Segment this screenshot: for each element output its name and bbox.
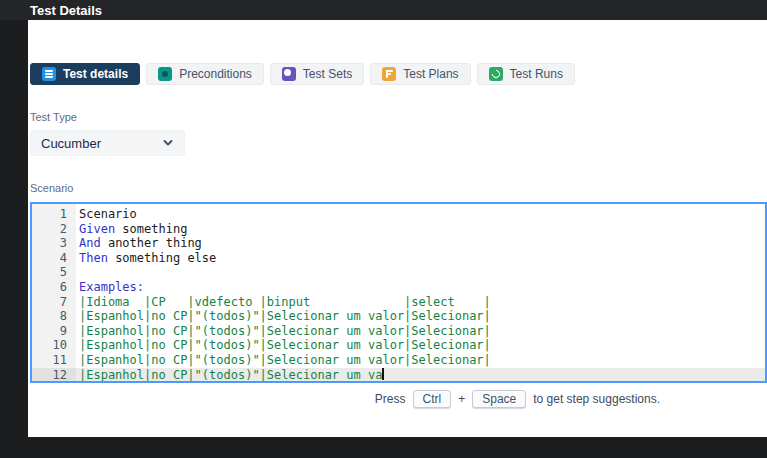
tab-label: Preconditions — [179, 67, 252, 81]
code-line-11[interactable]: 11|Espanhol|no CP|"(todos)"|Selecionar u… — [32, 353, 765, 368]
page-title: Test Details — [30, 3, 102, 18]
hint-plus-text: + — [458, 392, 465, 406]
test-type-label: Test Type — [30, 111, 77, 123]
line-content — [76, 265, 79, 280]
tab-test-details[interactable]: Test details — [30, 63, 140, 85]
test-runs-icon — [489, 67, 503, 81]
code-line-10[interactable]: 10|Espanhol|no CP|"(todos)"|Selecionar u… — [32, 338, 765, 353]
line-number: 1 — [32, 207, 76, 222]
line-number: 8 — [32, 309, 76, 324]
line-number: 6 — [32, 280, 76, 295]
test-details-icon — [42, 67, 56, 81]
line-content: Examples: — [76, 280, 144, 295]
line-number: 5 — [32, 265, 76, 280]
space-key: Space — [472, 390, 526, 408]
text-cursor — [382, 368, 384, 380]
code-line-7[interactable]: 7|Idioma |CP |vdefecto |binput |select | — [32, 295, 765, 310]
line-number: 9 — [32, 324, 76, 339]
tab-label: Test Sets — [303, 67, 352, 81]
line-content: |Idioma |CP |vdefecto |binput |select | — [76, 295, 491, 310]
code-lines: 1Scenario2Given something3And another th… — [32, 204, 765, 383]
code-line-2[interactable]: 2Given something — [32, 222, 765, 237]
header-bar: Test Details — [0, 0, 767, 20]
preconditions-icon — [158, 67, 172, 81]
hint-press-text: Press — [375, 392, 406, 406]
line-content: |Espanhol|no CP|"(todos)"|Selecionar um … — [76, 353, 491, 368]
code-line-5[interactable]: 5 — [32, 265, 765, 280]
tab-label: Test Runs — [510, 67, 563, 81]
test-type-select[interactable]: Cucumber — [30, 130, 185, 156]
code-line-1[interactable]: 1Scenario — [32, 207, 765, 222]
tab-test-plans[interactable]: Test Plans — [370, 63, 470, 85]
tab-test-runs[interactable]: Test Runs — [477, 63, 575, 85]
step-suggestion-hint: Press Ctrl + Space to get step suggestio… — [28, 388, 767, 410]
code-line-12[interactable]: 12|Espanhol|no CP|"(todos)"|Selecionar u… — [32, 368, 765, 383]
content-panel: Test detailsPreconditionsTest SetsTest P… — [28, 20, 767, 437]
tab-label: Test details — [63, 67, 128, 81]
code-line-6[interactable]: 6Examples: — [32, 280, 765, 295]
line-content: Scenario — [76, 207, 137, 222]
test-sets-icon — [282, 67, 296, 81]
line-content: |Espanhol|no CP|"(todos)"|Selecionar um … — [76, 338, 491, 353]
scenario-label: Scenario — [30, 182, 73, 194]
line-number: 11 — [32, 353, 76, 368]
line-content: |Espanhol|no CP|"(todos)"|Selecionar um … — [76, 368, 384, 383]
line-number: 7 — [32, 295, 76, 310]
tab-bar: Test detailsPreconditionsTest SetsTest P… — [30, 63, 575, 85]
scenario-editor[interactable]: 1Scenario2Given something3And another th… — [30, 202, 767, 383]
line-content: Given something — [76, 222, 187, 237]
tab-test-sets[interactable]: Test Sets — [270, 63, 364, 85]
line-number: 3 — [32, 236, 76, 251]
code-line-8[interactable]: 8|Espanhol|no CP|"(todos)"|Selecionar um… — [32, 309, 765, 324]
code-line-4[interactable]: 4Then something else — [32, 251, 765, 266]
chevron-down-icon — [162, 137, 174, 149]
line-number: 2 — [32, 222, 76, 237]
line-content: |Espanhol|no CP|"(todos)"|Selecionar um … — [76, 324, 491, 339]
line-number: 12 — [32, 368, 76, 383]
tab-label: Test Plans — [403, 67, 458, 81]
page: Test Details Test detailsPreconditionsTe… — [0, 0, 767, 458]
line-number: 4 — [32, 251, 76, 266]
hint-suffix-text: to get step suggestions. — [533, 392, 660, 406]
line-number: 10 — [32, 338, 76, 353]
ctrl-key: Ctrl — [413, 390, 452, 408]
line-content: And another thing — [76, 236, 202, 251]
code-line-3[interactable]: 3And another thing — [32, 236, 765, 251]
line-content: Then something else — [76, 251, 216, 266]
line-content: |Espanhol|no CP|"(todos)"|Selecionar um … — [76, 309, 491, 324]
tab-preconditions[interactable]: Preconditions — [146, 63, 264, 85]
test-plans-icon — [382, 67, 396, 81]
test-type-value: Cucumber — [41, 136, 101, 151]
code-line-9[interactable]: 9|Espanhol|no CP|"(todos)"|Selecionar um… — [32, 324, 765, 339]
